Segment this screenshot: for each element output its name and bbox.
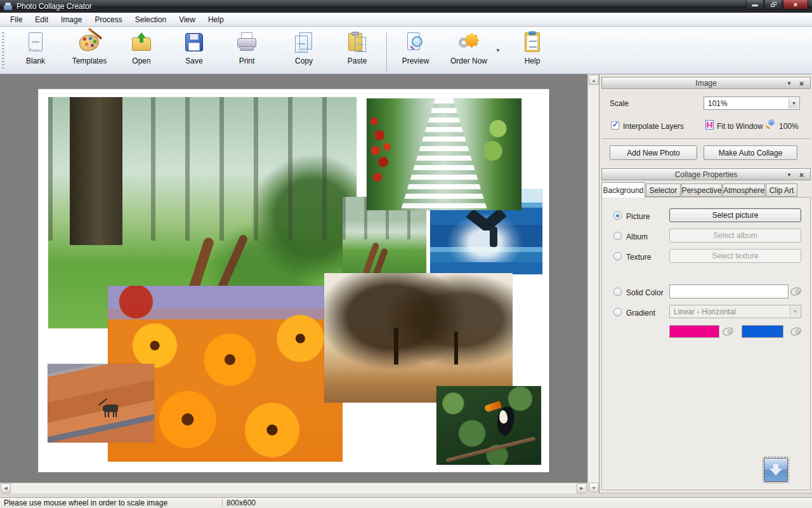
canvas-size-value: 800x600 (226, 498, 256, 507)
forest-big-trunk (70, 97, 122, 245)
chevron-down-icon: ▼ (790, 306, 800, 317)
menu-bar: File Edit Image Process Selection View H… (0, 13, 812, 27)
tab-perspective[interactable]: Perspective (681, 184, 722, 197)
menu-selection[interactable]: Selection (129, 14, 173, 25)
collage-properties-collapse-icon[interactable]: ▼ (787, 172, 792, 178)
menu-help[interactable]: Help (202, 14, 230, 25)
toucan-branch (446, 436, 536, 462)
photo-tropical-waterfall[interactable] (367, 98, 521, 210)
zoom-100-label[interactable]: 100% (779, 122, 799, 131)
preview-button[interactable]: Preview (395, 31, 436, 65)
gradient-radio[interactable] (613, 308, 622, 316)
sunset-trunk-right (454, 331, 458, 364)
collage-properties-close-icon[interactable]: × (799, 171, 804, 180)
solid-color-radio[interactable] (613, 288, 622, 296)
scroll-right-button[interactable]: ▶ (577, 483, 587, 493)
photo-sunset-fog-trees[interactable] (324, 273, 513, 403)
interpolate-layers-checkbox[interactable]: ✓ (611, 121, 619, 130)
collage-properties-header[interactable]: Collage Properties ▼ × (601, 168, 811, 180)
paste-button[interactable]: Paste (337, 31, 377, 65)
copy-button[interactable]: Copy (284, 31, 324, 65)
tab-background[interactable]: Background (601, 182, 645, 197)
gradient-label: Gradient (626, 309, 655, 318)
toolbar-separator (386, 32, 387, 72)
background-tab-body: Picture Select picture Album Select albu… (601, 197, 811, 490)
scale-value: 101% (708, 99, 728, 108)
collage-page[interactable] (38, 89, 549, 472)
vertical-scrollbar[interactable]: ▲ ▼ (587, 74, 599, 493)
tab-selector[interactable]: Selector (646, 184, 681, 197)
toolbar-grip[interactable] (2, 32, 4, 69)
templates-button[interactable]: Templates (69, 31, 110, 65)
gradient-color-1-picker-icon[interactable] (722, 326, 735, 337)
gradient-color-1-swatch[interactable] (669, 325, 719, 338)
image-panel-collapse-icon[interactable]: ▼ (787, 81, 792, 86)
help-button[interactable]: Help (512, 31, 553, 65)
chevron-down-icon[interactable]: ▼ (789, 98, 799, 109)
toolbar: Blank Templates Open Save Print Copy Pas… (0, 27, 812, 74)
horizontal-scrollbar[interactable]: ◀ ▶ (0, 483, 587, 493)
scale-combobox[interactable]: 101% ▼ (704, 97, 800, 110)
image-panel-close-icon[interactable]: × (799, 79, 804, 88)
canvas-viewport[interactable] (0, 74, 587, 483)
solid-color-swatch[interactable] (669, 284, 789, 298)
status-message: Please use mouse wheel in order to scale… (0, 498, 167, 507)
tab-atmosphere[interactable]: Atmosphere (723, 184, 765, 197)
scroll-up-button[interactable]: ▲ (589, 75, 599, 85)
scroll-left-button[interactable]: ◀ (1, 483, 11, 493)
select-texture-button: Select texture (669, 249, 801, 263)
sunset-trunk-left (394, 328, 398, 364)
fit-to-window-label[interactable]: Fit to Window (717, 122, 763, 131)
gradient-color-2-swatch[interactable] (742, 325, 783, 338)
restore-button[interactable] (764, 0, 782, 10)
make-auto-collage-button[interactable]: Make Auto Collage (704, 145, 797, 160)
order-now-dropdown-arrow[interactable]: ▼ (493, 48, 503, 53)
image-panel-header[interactable]: Image ▼ × (601, 77, 811, 89)
minimize-button[interactable]: ▬ (746, 0, 764, 10)
texture-radio[interactable] (613, 252, 622, 260)
collage-properties-title: Collage Properties (675, 170, 738, 179)
gradient-type-value: Linear - Horizontal (674, 307, 736, 316)
open-button[interactable]: Open (121, 31, 162, 65)
album-radio[interactable] (613, 232, 622, 240)
check-icon: ✓ (612, 120, 619, 129)
texture-label: Texture (626, 253, 651, 262)
photo-toucan-on-branch[interactable] (436, 386, 541, 465)
image-panel-title: Image (695, 79, 716, 88)
order-now-button[interactable]: Order Now (449, 31, 489, 65)
solid-color-label: Solid Color (626, 288, 664, 297)
tab-clip-art[interactable]: Clip Art (766, 184, 797, 197)
status-bar: Please use mouse wheel in order to scale… (0, 497, 812, 508)
oryx-silhouette (103, 404, 118, 412)
zoom-100-icon[interactable]: A (766, 119, 776, 130)
menu-image[interactable]: Image (55, 14, 88, 25)
down-arrow-icon (769, 464, 782, 476)
fit-to-window-icon[interactable] (705, 120, 714, 130)
blank-document-icon (24, 31, 47, 54)
gradient-color-2-picker-icon[interactable] (790, 326, 802, 337)
menu-view[interactable]: View (173, 14, 202, 25)
scroll-down-button[interactable]: ▼ (589, 483, 599, 493)
help-clipboard-icon (521, 31, 544, 54)
add-new-photo-button[interactable]: Add New Photo (610, 145, 697, 160)
menu-file[interactable]: File (4, 14, 29, 25)
select-picture-button[interactable]: Select picture (669, 208, 801, 222)
picture-radio[interactable] (613, 211, 622, 220)
blank-button[interactable]: Blank (15, 31, 56, 65)
title-bar: Photo Collage Creator ▬ × (0, 0, 812, 13)
menu-edit[interactable]: Edit (29, 14, 55, 25)
print-button[interactable]: Print (226, 31, 267, 65)
gradient-type-combobox: Linear - Horizontal ▼ (669, 305, 801, 318)
download-arrow-button[interactable] (764, 458, 788, 482)
photo-desert-oryx[interactable] (48, 364, 154, 443)
solid-color-picker-icon[interactable] (790, 286, 802, 297)
app-icon (3, 3, 13, 11)
copy-pages-icon (292, 31, 315, 54)
save-button[interactable]: Save (174, 31, 214, 65)
window-title: Photo Collage Creator (16, 2, 92, 11)
close-button[interactable]: × (783, 0, 808, 10)
right-panel: Image ▼ × Scale 101% ▼ ✓ Interpolate Lay… (599, 74, 812, 493)
status-divider (222, 499, 223, 507)
clipboard-paste-icon (346, 31, 369, 54)
menu-process[interactable]: Process (88, 14, 128, 25)
